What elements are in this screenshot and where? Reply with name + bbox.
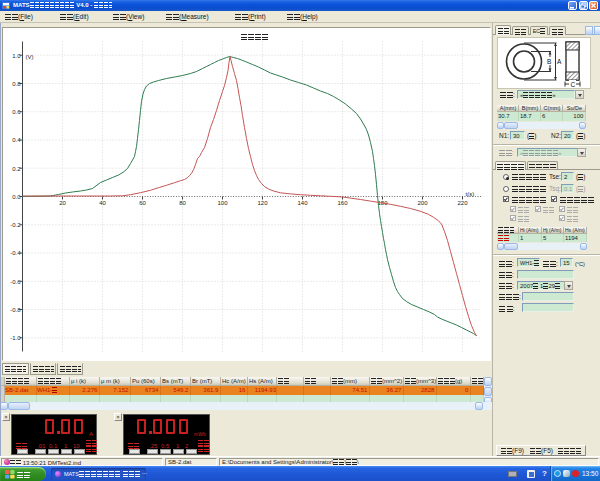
svg-text:-0.4: -0.4	[10, 250, 21, 256]
svg-text:80: 80	[179, 200, 186, 206]
svg-text:0.4: 0.4	[12, 137, 21, 143]
svg-text:A: A	[557, 58, 562, 65]
svg-text:-0.6: -0.6	[10, 279, 21, 285]
svg-text:C: C	[571, 81, 576, 88]
svg-text:140: 140	[297, 200, 308, 206]
svg-text:0.0: 0.0	[12, 194, 21, 200]
svg-text:-0.2: -0.2	[10, 222, 21, 228]
svg-text:20: 20	[59, 200, 66, 206]
svg-text:200: 200	[417, 200, 428, 206]
svg-text:B: B	[547, 58, 551, 65]
svg-text:120: 120	[257, 200, 268, 206]
svg-text:220: 220	[457, 200, 468, 206]
svg-text:160: 160	[337, 200, 348, 206]
svg-text:-0.8: -0.8	[10, 307, 21, 313]
svg-text:-1.0: -1.0	[10, 335, 21, 341]
svg-text:t(s): t(s)	[466, 191, 475, 197]
svg-text:0.6: 0.6	[12, 109, 21, 115]
svg-text:0.8: 0.8	[12, 81, 21, 87]
svg-text:(V): (V)	[26, 54, 34, 60]
svg-text:40: 40	[99, 200, 106, 206]
svg-text:60: 60	[139, 200, 146, 206]
svg-text:100: 100	[217, 200, 228, 206]
svg-text:1.0: 1.0	[12, 53, 21, 59]
svg-text:0.2: 0.2	[12, 166, 21, 172]
